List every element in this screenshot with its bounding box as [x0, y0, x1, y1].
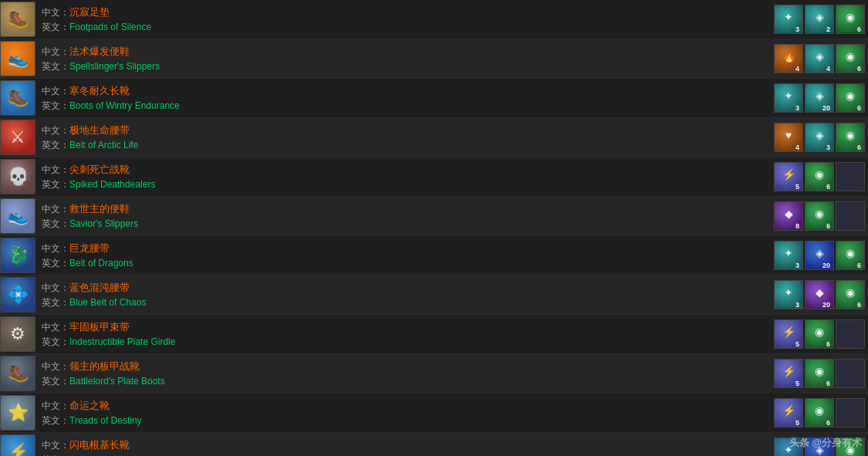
item-badges: ⚡ 5 ◉ 6 [774, 162, 865, 191]
badge-icon: ✦ 3 [774, 83, 803, 113]
svg-text:6: 6 [857, 301, 861, 309]
item-icon: 👟 [0, 41, 35, 76]
badge-icon: ⚡ 5 [774, 162, 803, 191]
svg-text:◉: ◉ [846, 11, 855, 23]
badge-icon [836, 359, 865, 388]
badge-icon: ◉ 6 [836, 83, 865, 113]
svg-text:3: 3 [795, 25, 799, 33]
table-row[interactable]: 👟 中文：法术爆发便鞋英文：Spellslinger's Slippers 🔥 … [0, 39, 868, 79]
svg-text:⚡: ⚡ [782, 404, 796, 417]
badge-icon [836, 201, 865, 231]
svg-text:5: 5 [795, 380, 799, 387]
badge-icon: ◉ 6 [836, 5, 865, 34]
svg-text:6: 6 [857, 25, 861, 33]
svg-text:6: 6 [857, 144, 861, 151]
svg-text:👟: 👟 [8, 205, 29, 226]
svg-rect-110 [836, 399, 864, 427]
item-cn-name: 闪电根基长靴 [69, 439, 130, 451]
svg-text:4: 4 [826, 65, 830, 73]
table-row[interactable]: 🥾 中文：寒冬耐久长靴英文：Boots of Wintry Endurance … [0, 79, 868, 118]
item-badges: ⚡ 5 ◉ 6 [774, 398, 865, 427]
watermark: 头条 @分身有术 [789, 436, 862, 450]
svg-text:✦: ✦ [784, 90, 793, 102]
svg-text:4: 4 [795, 144, 799, 151]
svg-text:◉: ◉ [846, 50, 855, 62]
item-en-name: Savior's Slippers [69, 218, 138, 229]
svg-rect-52 [836, 163, 864, 191]
item-info: 中文：蓝色混沌腰带英文：Blue Belt of Chaos [35, 279, 774, 311]
svg-rect-61 [836, 202, 864, 230]
badge-icon: ◉ 6 [805, 162, 834, 191]
item-icon: 🐉 [0, 238, 35, 273]
item-cn-name: 救世主的便鞋 [69, 203, 130, 214]
item-info: 中文：牢固板甲束带英文：Indestructible Plate Girdle [35, 318, 774, 350]
item-icon: 🥾 [0, 2, 35, 37]
badge-icon: ◈ 2 [805, 5, 834, 34]
item-icon: 🥾 [0, 80, 35, 116]
svg-text:6: 6 [857, 262, 861, 269]
table-row[interactable]: 💠 中文：蓝色混沌腰带英文：Blue Belt of Chaos ✦ 3 ◆ 2… [0, 275, 868, 315]
badge-icon: ◈ 3 [805, 123, 834, 152]
item-info: 中文：极地生命腰带英文：Belt of Arctic Life [35, 121, 774, 154]
cn-label: 中文： [42, 400, 69, 411]
svg-text:⚙: ⚙ [10, 324, 25, 343]
item-info: 中文：寒冬耐久长靴英文：Boots of Wintry Endurance [35, 82, 774, 114]
item-badges: ⚡ 5 ◉ 6 [774, 359, 865, 388]
svg-text:◈: ◈ [816, 90, 824, 102]
table-row[interactable]: 🐉 中文：巨龙腰带英文：Belt of Dragons ✦ 3 ◈ 20 [0, 236, 868, 275]
svg-text:6: 6 [826, 419, 830, 427]
svg-text:◆: ◆ [816, 286, 824, 299]
item-badges: 🔥 4 ◈ 4 ◉ 6 [774, 44, 865, 73]
svg-text:👟: 👟 [8, 48, 29, 69]
badge-icon [836, 398, 865, 427]
svg-text:✦: ✦ [784, 247, 793, 259]
cn-label: 中文： [42, 204, 69, 214]
badge-icon [836, 319, 865, 349]
svg-text:8: 8 [795, 222, 799, 230]
svg-text:⚡: ⚡ [8, 441, 29, 456]
cn-label: 中文： [42, 440, 69, 451]
en-label: 英文： [42, 297, 69, 308]
table-row[interactable]: 🥾 中文：领主的板甲战靴英文：Battlelord's Plate Boots … [0, 354, 868, 394]
table-row[interactable]: 🥾 中文：沉寂足垫英文：Footpads of Silence ✦ 3 ◈ 2 [0, 0, 868, 39]
item-info: 中文：巨龙腰带英文：Belt of Dragons [35, 239, 774, 272]
svg-text:♥: ♥ [785, 129, 792, 141]
item-list: 🥾 中文：沉寂足垫英文：Footpads of Silence ✦ 3 ◈ 2 [0, 0, 868, 456]
svg-text:5: 5 [795, 419, 799, 427]
table-row[interactable]: 💀 中文：尖刺死亡战靴英文：Spiked Deathdealers ⚡ 5 ◉ … [0, 157, 868, 197]
svg-text:20: 20 [822, 104, 830, 112]
svg-text:6: 6 [826, 340, 830, 348]
item-info: 中文：尖刺死亡战靴英文：Spiked Deathdealers [35, 160, 774, 193]
svg-text:◉: ◉ [846, 286, 855, 299]
item-info: 中文：法术爆发便鞋英文：Spellslinger's Slippers [35, 42, 774, 75]
table-row[interactable]: ⚔ 中文：极地生命腰带英文：Belt of Arctic Life ♥ 4 ◈ … [0, 118, 868, 157]
item-info: 中文：闪电根基长靴英文：Lightning Grounded Boots [35, 436, 774, 456]
item-en-name: Footpads of Silence [69, 22, 151, 32]
table-row[interactable]: ⭐ 中文：命运之靴英文：Treads of Destiny ⚡ 5 ◉ 6 [0, 394, 868, 433]
badge-icon [836, 162, 865, 191]
svg-text:🥾: 🥾 [8, 87, 29, 108]
item-en-name: Indestructible Plate Girdle [69, 336, 175, 347]
badge-icon: 🔥 4 [774, 44, 803, 73]
svg-text:◉: ◉ [815, 404, 824, 417]
svg-text:2: 2 [826, 25, 830, 33]
svg-text:◈: ◈ [816, 129, 824, 141]
svg-text:◉: ◉ [815, 326, 824, 338]
svg-text:⭐: ⭐ [8, 402, 29, 423]
svg-rect-92 [836, 320, 864, 348]
table-row[interactable]: ⚡ 中文：闪电根基长靴英文：Lightning Grounded Boots ✦… [0, 433, 868, 456]
badge-icon: ✦ 3 [774, 5, 803, 34]
item-badges: ♥ 4 ◈ 3 ◉ 6 [774, 123, 865, 152]
table-row[interactable]: 👟 中文：救世主的便鞋英文：Savior's Slippers ◆ 8 ◉ 6 [0, 197, 868, 236]
item-icon: 💀 [0, 159, 35, 194]
table-row[interactable]: ⚙ 中文：牢固板甲束带英文：Indestructible Plate Girdl… [0, 315, 868, 354]
en-label: 英文： [42, 336, 69, 347]
svg-text:6: 6 [857, 104, 861, 112]
badge-icon: ◆ 8 [774, 201, 803, 231]
svg-text:◈: ◈ [816, 11, 824, 23]
svg-text:🔥: 🔥 [782, 50, 796, 63]
svg-text:◉: ◉ [815, 365, 824, 377]
svg-text:5: 5 [795, 183, 799, 191]
svg-text:✦: ✦ [784, 11, 793, 23]
item-info: 中文：救世主的便鞋英文：Savior's Slippers [35, 200, 774, 232]
